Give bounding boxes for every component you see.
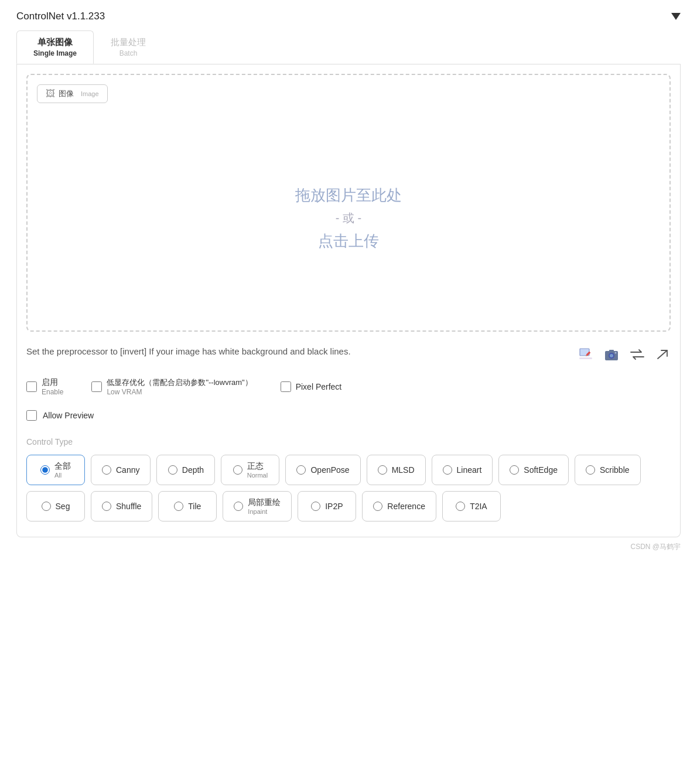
edit-icon[interactable] — [578, 347, 593, 362]
radio-all[interactable]: 全部 All — [26, 455, 85, 485]
radio-openpose[interactable]: OpenPose — [285, 455, 360, 485]
watermark: CSDN @马鹤宇 — [16, 537, 681, 557]
radio-softedge-input[interactable] — [510, 465, 519, 475]
radio-mlsd-label: MLSD — [392, 465, 415, 475]
pixel-perfect-checkbox-input[interactable] — [281, 381, 291, 392]
radio-canny[interactable]: Canny — [91, 455, 151, 485]
app-title: ControlNet v1.1.233 — [16, 11, 105, 22]
radio-canny-input[interactable] — [102, 465, 111, 475]
radio-scribble[interactable]: Scribble — [575, 455, 641, 485]
radio-lineart[interactable]: Lineart — [432, 455, 493, 485]
checkboxes-row: 启用 Enable 低显存优化（需配合启动参数"--lowvram"） Low … — [26, 368, 671, 405]
radio-all-input[interactable] — [40, 465, 50, 475]
radio-scribble-label: Scribble — [600, 465, 630, 475]
enable-checkbox-input[interactable] — [26, 381, 37, 392]
svg-rect-6 — [609, 350, 614, 352]
radio-openpose-input[interactable] — [296, 465, 306, 475]
tabs-row: 单张图像 Single Image 批量处理 Batch — [16, 30, 681, 64]
radio-lineart-label: Lineart — [457, 465, 482, 475]
radio-mlsd[interactable]: MLSD — [367, 455, 426, 485]
lowvram-checkbox-input[interactable] — [91, 381, 102, 392]
radio-inpaint[interactable]: 局部重绘 Inpaint — [223, 491, 292, 521]
radio-mlsd-input[interactable] — [378, 465, 387, 475]
icon-toolbar — [578, 345, 671, 362]
radio-seg-label: Seg — [56, 502, 70, 511]
radio-normal-input[interactable] — [233, 465, 242, 475]
image-btn-en: Image — [81, 90, 99, 97]
radio-all-en: All — [54, 472, 62, 479]
lowvram-en: Low VRAM — [107, 388, 252, 396]
radio-depth[interactable]: Depth — [156, 455, 215, 485]
svg-point-5 — [610, 354, 613, 357]
tab-single-cn: 单张图像 — [37, 37, 73, 48]
send-icon[interactable] — [655, 348, 671, 361]
radio-t2ia-label: T2IA — [470, 502, 487, 511]
svg-rect-0 — [579, 357, 592, 359]
pixel-perfect-checkbox[interactable]: Pixel Perfect — [281, 381, 342, 392]
radio-seg[interactable]: Seg — [26, 491, 85, 521]
radio-ip2p-label: IP2P — [325, 502, 343, 511]
radio-t2ia[interactable]: T2IA — [442, 491, 501, 521]
allow-preview-checkbox[interactable] — [26, 410, 37, 421]
swap-arrows-icon[interactable] — [630, 348, 645, 361]
enable-checkbox[interactable]: 启用 Enable — [26, 377, 63, 396]
tab-single-image[interactable]: 单张图像 Single Image — [16, 30, 94, 64]
radio-softedge[interactable]: SoftEdge — [498, 455, 569, 485]
radio-shuffle[interactable]: Shuffle — [91, 491, 152, 521]
dropdown-arrow-icon[interactable] — [671, 13, 681, 20]
control-type-grid: 全部 All Canny Depth — [26, 455, 671, 521]
pixel-perfect-label: Pixel Perfect — [296, 382, 342, 391]
drop-content: 拖放图片至此处 - 或 - 点击上传 — [37, 103, 660, 321]
radio-seg-input[interactable] — [42, 502, 51, 511]
info-text: Set the preprocessor to [invert] If your… — [26, 345, 351, 359]
title-bar: ControlNet v1.1.233 — [16, 11, 681, 22]
radio-normal[interactable]: 正态 Normal — [221, 455, 279, 485]
image-drop-area[interactable]: 🖼 图像 Image 拖放图片至此处 - 或 - 点击上传 — [26, 74, 671, 332]
radio-ip2p-input[interactable] — [311, 502, 320, 511]
svg-point-7 — [615, 352, 617, 354]
image-small-icon: 🖼 — [46, 88, 55, 99]
radio-inpaint-input[interactable] — [234, 502, 243, 511]
radio-depth-label: Depth — [182, 465, 204, 475]
radio-inpaint-cn: 局部重绘 — [248, 497, 281, 508]
image-btn-cn: 图像 — [59, 88, 74, 99]
lowvram-cn: 低显存优化（需配合启动参数"--lowvram"） — [107, 377, 252, 388]
enable-cn: 启用 — [42, 377, 63, 388]
camera-icon[interactable] — [604, 347, 619, 362]
drop-or-text: - 或 - — [336, 210, 361, 226]
tab-single-en: Single Image — [33, 49, 77, 57]
tab-batch-cn: 批量处理 — [111, 37, 146, 48]
image-tab-button[interactable]: 🖼 图像 Image — [37, 84, 108, 103]
radio-t2ia-input[interactable] — [456, 502, 465, 511]
main-panel: 🖼 图像 Image 拖放图片至此处 - 或 - 点击上传 Set the pr… — [16, 64, 681, 537]
radio-softedge-label: SoftEdge — [524, 465, 558, 475]
radio-tile-input[interactable] — [174, 502, 183, 511]
radio-all-cn: 全部 — [54, 461, 71, 472]
enable-en: Enable — [42, 388, 63, 396]
drop-main-text: 拖放图片至此处 — [295, 185, 402, 206]
radio-reference[interactable]: Reference — [362, 491, 436, 521]
info-section: Set the preprocessor to [invert] If your… — [26, 332, 671, 368]
drop-click-text: 点击上传 — [318, 231, 379, 251]
radio-normal-cn: 正态 — [247, 461, 264, 472]
radio-reference-label: Reference — [387, 502, 425, 511]
radio-canny-label: Canny — [116, 465, 139, 475]
radio-normal-en: Normal — [247, 472, 268, 479]
allow-preview-label: Allow Preview — [43, 411, 94, 420]
radio-shuffle-input[interactable] — [102, 502, 111, 511]
radio-scribble-input[interactable] — [586, 465, 595, 475]
lowvram-checkbox[interactable]: 低显存优化（需配合启动参数"--lowvram"） Low VRAM — [91, 377, 252, 396]
tab-batch[interactable]: 批量处理 Batch — [94, 30, 163, 64]
tab-batch-en: Batch — [119, 49, 138, 57]
allow-preview-row: Allow Preview — [26, 405, 671, 431]
radio-shuffle-label: Shuffle — [116, 502, 141, 511]
radio-reference-input[interactable] — [373, 502, 382, 511]
control-type-label: Control Type — [26, 437, 671, 446]
radio-inpaint-en: Inpaint — [248, 508, 267, 515]
radio-depth-input[interactable] — [168, 465, 177, 475]
radio-openpose-label: OpenPose — [310, 465, 349, 475]
radio-lineart-input[interactable] — [443, 465, 452, 475]
radio-ip2p[interactable]: IP2P — [298, 491, 356, 521]
control-type-section: Control Type 全部 All Canny — [26, 431, 671, 527]
radio-tile[interactable]: Tile — [158, 491, 217, 521]
